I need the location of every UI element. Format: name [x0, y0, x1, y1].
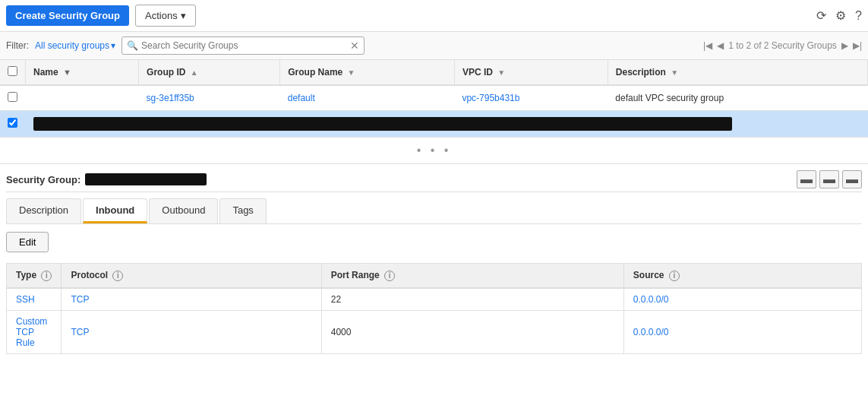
help-icon[interactable]: ?: [855, 9, 862, 23]
header-description[interactable]: Description ▼: [608, 60, 867, 85]
rule2-source: 0.0.0.0/0: [623, 310, 861, 353]
edit-section: Edit: [6, 224, 862, 258]
row2-checkbox-cell: [0, 111, 26, 138]
tab-tags[interactable]: Tags: [219, 198, 266, 223]
group-name-sort-icon[interactable]: ▼: [348, 68, 355, 77]
rule1-source: 0.0.0.0/0: [623, 288, 861, 311]
row1-group-name-link[interactable]: default: [288, 93, 315, 103]
pane-divider[interactable]: • • •: [0, 138, 868, 164]
rules-header-protocol: Protocol i: [62, 264, 321, 288]
detail-tabs: Description Inbound Outbound Tags: [6, 198, 862, 224]
row2-checkbox[interactable]: [8, 118, 17, 128]
rule2-source-link[interactable]: 0.0.0.0/0: [633, 327, 669, 337]
filter-all-security-groups[interactable]: All security groups ▾: [35, 40, 115, 51]
header-vpc-id-label: VPC ID: [462, 67, 493, 78]
filter-chevron-icon: ▾: [111, 40, 115, 51]
rules-header-port-range: Port Range i: [321, 264, 623, 288]
prev-page-icon[interactable]: ◀: [717, 40, 724, 51]
header-description-label: Description: [616, 67, 666, 78]
rule-row: Custom TCP Rule TCP 4000 0.0.0.0/0: [7, 310, 862, 353]
header-group-name[interactable]: Group Name ▼: [280, 60, 455, 85]
maximize-icon[interactable]: ▬: [842, 170, 862, 188]
rule1-source-link[interactable]: 0.0.0.0/0: [633, 294, 669, 305]
table-row[interactable]: [0, 111, 868, 138]
protocol-label: Protocol: [71, 270, 108, 280]
edit-button[interactable]: Edit: [6, 232, 49, 252]
tab-outbound[interactable]: Outbound: [149, 198, 218, 223]
rule-row: SSH TCP 22 0.0.0.0/0: [7, 288, 862, 311]
restore-icon[interactable]: ▬: [819, 170, 839, 188]
rule1-type: SSH: [7, 288, 62, 311]
inbound-rules-table: Type i Protocol i Port Range i Source i: [6, 263, 862, 354]
rule1-port-range: 22: [321, 288, 623, 311]
search-input[interactable]: [141, 40, 350, 51]
group-id-sort-icon[interactable]: ▲: [191, 68, 198, 77]
rule2-protocol-link[interactable]: TCP: [71, 327, 89, 337]
detail-header-right: ▬ ▬ ▬: [797, 170, 862, 188]
redacted-bar: [33, 117, 732, 131]
select-all-checkbox[interactable]: [8, 66, 17, 76]
create-security-group-button[interactable]: Create Security Group: [6, 5, 129, 26]
description-sort-icon[interactable]: ▼: [671, 68, 678, 77]
source-label: Source: [633, 270, 664, 280]
row2-redacted: [26, 111, 868, 138]
row1-checkbox-cell: [0, 85, 26, 111]
row1-group-name: default: [280, 85, 455, 111]
filter-bar: Filter: All security groups ▾ 🔍 ✕ |◀ ◀ 1…: [0, 32, 868, 60]
tab-outbound-label: Outbound: [162, 204, 205, 216]
refresh-icon[interactable]: ⟳: [816, 8, 826, 23]
sg-id-bar: [85, 173, 207, 185]
tab-description-label: Description: [19, 204, 68, 216]
tab-description[interactable]: Description: [6, 198, 81, 223]
toolbar: Create Security Group Actions ▾ ⟳ ⚙ ?: [0, 0, 868, 32]
type-info-icon[interactable]: i: [41, 271, 52, 281]
next-page-icon[interactable]: ▶: [841, 40, 848, 51]
rule1-protocol-link[interactable]: TCP: [71, 294, 89, 305]
type-label: Type: [16, 270, 36, 280]
header-group-name-label: Group Name: [288, 67, 342, 78]
rule2-port-range: 4000: [321, 310, 623, 353]
last-page-icon[interactable]: ▶|: [853, 40, 862, 51]
minimize-icon[interactable]: ▬: [797, 170, 816, 188]
vpc-id-sort-icon[interactable]: ▼: [497, 68, 505, 77]
header-name[interactable]: Name ▼: [26, 60, 139, 85]
actions-chevron-icon: ▾: [181, 10, 186, 21]
rule2-type-link[interactable]: Custom TCP Rule: [16, 316, 47, 348]
row1-group-id: sg-3e1ff35b: [139, 85, 280, 111]
row1-group-id-link[interactable]: sg-3e1ff35b: [147, 93, 194, 103]
header-group-id-label: Group ID: [147, 67, 185, 78]
clear-search-icon[interactable]: ✕: [350, 40, 359, 52]
settings-icon[interactable]: ⚙: [835, 8, 846, 23]
actions-label: Actions: [145, 10, 178, 21]
header-group-id[interactable]: Group ID ▲: [139, 60, 280, 85]
rule2-protocol: TCP: [62, 310, 321, 353]
header-vpc-id[interactable]: VPC ID ▼: [454, 60, 608, 85]
rule1-type-link[interactable]: SSH: [16, 294, 35, 305]
rules-header-source: Source i: [623, 264, 861, 288]
name-filter-icon[interactable]: ▼: [63, 68, 71, 77]
search-box: 🔍 ✕: [122, 36, 365, 55]
rules-header-type: Type i: [7, 264, 62, 288]
source-info-icon[interactable]: i: [669, 271, 680, 281]
port-range-info-icon[interactable]: i: [384, 271, 395, 281]
tab-inbound-label: Inbound: [96, 204, 134, 216]
sg-label: Security Group:: [6, 174, 80, 185]
rule1-protocol: TCP: [62, 288, 321, 311]
rules-header-row: Type i Protocol i Port Range i Source i: [7, 264, 862, 288]
toolbar-right-icons: ⟳ ⚙ ?: [816, 8, 862, 23]
row1-vpc-id-link[interactable]: vpc-795b431b: [462, 93, 519, 103]
row1-checkbox[interactable]: [8, 92, 17, 102]
tab-inbound[interactable]: Inbound: [83, 198, 147, 223]
first-page-icon[interactable]: |◀: [703, 40, 712, 51]
detail-header: Security Group: ▬ ▬ ▬: [6, 164, 862, 192]
search-icon: 🔍: [127, 40, 138, 51]
port-range-label: Port Range: [331, 270, 380, 280]
protocol-info-icon[interactable]: i: [112, 271, 123, 281]
security-groups-table: Name ▼ Group ID ▲ Group Name ▼ VPC ID ▼ …: [0, 60, 868, 138]
row1-name: [26, 85, 139, 111]
table-row[interactable]: sg-3e1ff35b default vpc-795b431b default…: [0, 85, 868, 111]
row1-description: default VPC security group: [608, 85, 867, 111]
header-checkbox-cell: [0, 60, 26, 85]
actions-button[interactable]: Actions ▾: [135, 5, 196, 27]
header-name-label: Name: [33, 67, 58, 78]
